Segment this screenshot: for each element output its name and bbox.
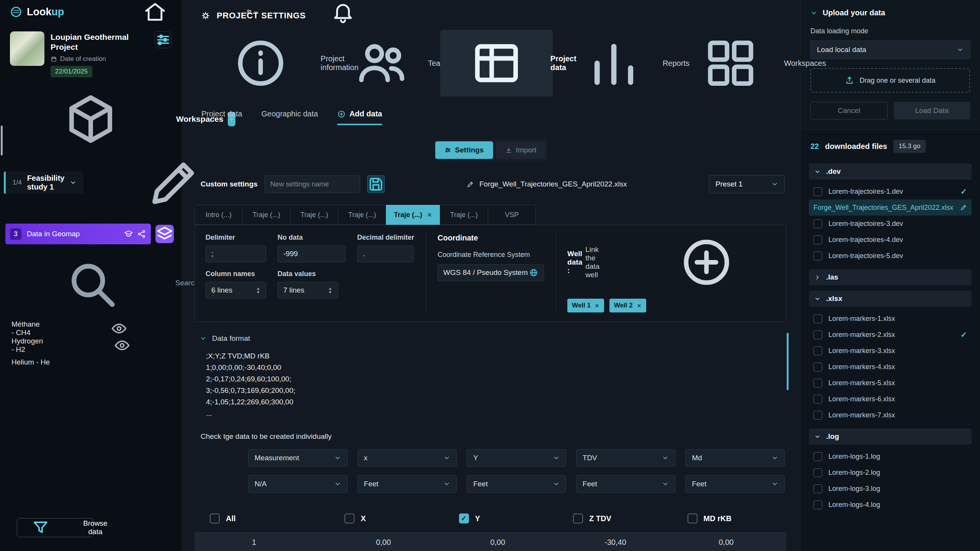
- file-row[interactable]: Lorem-trajectoires-5.dev: [809, 248, 972, 264]
- measure-select-5[interactable]: Md: [685, 449, 785, 467]
- preset-select[interactable]: Preset 1: [709, 175, 785, 193]
- file-row[interactable]: Lorem-markers-6.xlsx: [809, 391, 972, 407]
- file-checkbox[interactable]: [813, 395, 822, 404]
- pencil-icon[interactable]: [960, 204, 967, 211]
- data-format-header[interactable]: Data format: [200, 334, 786, 343]
- nodata-input[interactable]: -999: [278, 245, 346, 262]
- stepper-arrows-icon[interactable]: ▲▼: [256, 286, 260, 294]
- settings-toggle-button[interactable]: Settings: [435, 141, 493, 159]
- tab-reports[interactable]: Reports: [563, 30, 665, 96]
- file-checkbox[interactable]: [813, 219, 822, 228]
- file-checkbox[interactable]: [813, 235, 822, 244]
- subtab-add-data[interactable]: Add data: [337, 110, 382, 125]
- vertical-scrollbar[interactable]: [787, 333, 789, 390]
- checkbox-ztvd[interactable]: [573, 513, 583, 523]
- project-card[interactable]: Loupian Geothermal Project Date of creat…: [10, 31, 172, 77]
- file-checkbox[interactable]: [813, 252, 822, 260]
- file-checkbox[interactable]: [813, 484, 822, 493]
- file-checkbox[interactable]: [813, 500, 822, 509]
- file-row[interactable]: Lorem-markers-3.xlsx: [809, 343, 972, 359]
- file-dropzone[interactable]: Drag one or several data: [810, 68, 970, 93]
- sheet-tab-traje-2[interactable]: Traje (...): [290, 205, 338, 225]
- group-header-xlsx[interactable]: .xlsx: [809, 291, 972, 307]
- save-settings-button[interactable]: [367, 175, 385, 193]
- file-checkbox[interactable]: [813, 187, 822, 196]
- import-toggle-button[interactable]: Import: [496, 141, 546, 159]
- measure-select-1[interactable]: Measurement: [248, 449, 348, 467]
- well-chip-2[interactable]: Well 2: [609, 299, 646, 312]
- group-header-las[interactable]: .las: [809, 269, 972, 285]
- checkbox-all[interactable]: [210, 513, 220, 523]
- loading-mode-select[interactable]: Load local data: [810, 41, 970, 59]
- sidebar-search[interactable]: [11, 254, 170, 312]
- unit-select-2[interactable]: Feet: [358, 475, 457, 493]
- geomap-layers-button[interactable]: [155, 225, 174, 243]
- file-row[interactable]: Lorem-markers-4.xlsx: [809, 359, 972, 375]
- eye-icon[interactable]: [40, 320, 198, 337]
- file-row[interactable]: Lorem-logs-1.log: [809, 448, 972, 464]
- measure-select-2[interactable]: x: [358, 449, 457, 467]
- file-row[interactable]: Lorem-markers-7.xlsx: [809, 407, 972, 423]
- table-row[interactable]: 1 0,00 0,00 -30,40 0,00: [194, 532, 786, 551]
- file-checkbox[interactable]: [813, 452, 822, 461]
- file-checkbox[interactable]: [813, 379, 822, 387]
- unit-select-4[interactable]: Feet: [576, 475, 676, 493]
- file-row[interactable]: Lorem-trajectoires-3.dev: [809, 216, 972, 232]
- tab-project-information[interactable]: Project information: [198, 30, 323, 96]
- settings-name-input[interactable]: [265, 175, 360, 193]
- checkbox-mdrkb[interactable]: [688, 513, 697, 523]
- checkbox-x[interactable]: [345, 513, 354, 523]
- measure-select-3[interactable]: Y: [467, 449, 566, 467]
- stepper-arrows-icon[interactable]: ▲▼: [328, 286, 332, 294]
- file-row[interactable]: Lorem-markers-5.xlsx: [809, 375, 972, 391]
- list-item-methane[interactable]: Méthane - CH4: [11, 320, 170, 337]
- unit-select-5[interactable]: Feet: [685, 475, 785, 493]
- load-data-button[interactable]: Load Data: [894, 102, 970, 119]
- close-icon[interactable]: [427, 212, 432, 217]
- file-checkbox[interactable]: [813, 330, 822, 339]
- measure-select-4[interactable]: TDV: [576, 449, 676, 467]
- upload-header[interactable]: Upload your data: [810, 8, 970, 17]
- browse-data-button[interactable]: Browse data: [17, 518, 93, 537]
- add-well-plus-circle-icon[interactable]: [603, 234, 810, 291]
- file-checkbox[interactable]: [813, 363, 822, 371]
- file-row-selected[interactable]: Forge_Well_Trajectories_GES_April2022.xl…: [809, 199, 972, 216]
- file-checkbox[interactable]: [813, 468, 822, 477]
- file-checkbox[interactable]: [813, 411, 822, 420]
- upload-cancel-button[interactable]: Cancel: [810, 102, 888, 119]
- file-row[interactable]: Lorem-markers-1.xlsx: [809, 311, 972, 327]
- data-values-stepper[interactable]: 7 lines ▲▼: [278, 282, 338, 299]
- sheet-tab-traje-4-active[interactable]: Traje (...): [386, 205, 440, 225]
- tab-team[interactable]: Team: [333, 30, 430, 96]
- file-row[interactable]: Lorem-markers-2.xlsx ✓: [809, 327, 972, 343]
- file-row[interactable]: Lorem-trajectoires-1.dev ✓: [809, 183, 972, 199]
- list-item-helium[interactable]: Helium - He: [11, 354, 170, 371]
- column-names-stepper[interactable]: 6 lines ▲▼: [206, 282, 266, 299]
- decimal-delimiter-input[interactable]: .: [357, 245, 414, 262]
- file-row[interactable]: Lorem-logs-3.log: [809, 481, 972, 497]
- sheet-tab-traje-1[interactable]: Traje (...): [242, 205, 291, 225]
- group-header-log[interactable]: .log: [809, 428, 972, 445]
- app-logo[interactable]: Lookup: [10, 6, 64, 18]
- file-row[interactable]: Lorem-logs-2.log: [809, 464, 972, 481]
- subtab-geographic-data[interactable]: Geographic data: [261, 110, 318, 125]
- sheet-tab-vsp[interactable]: VSP: [488, 205, 536, 225]
- file-row[interactable]: Lorem-logs-4.log: [809, 497, 972, 513]
- sidebar-scrollbar[interactable]: [1, 126, 3, 155]
- sheet-tab-traje-5[interactable]: Traje (...): [440, 205, 488, 225]
- unit-select-3[interactable]: Feet: [467, 475, 566, 493]
- list-item-hydrogen[interactable]: Hydrogen - H2: [11, 337, 170, 354]
- file-row[interactable]: Lorem-trajectoires-4.dev: [809, 232, 972, 248]
- close-icon[interactable]: [637, 303, 642, 308]
- tab-workspaces[interactable]: Workspaces: [675, 30, 786, 96]
- unit-select-1[interactable]: N/A: [248, 475, 348, 493]
- graduation-cap-icon[interactable]: [124, 229, 133, 239]
- sheet-tab-traje-3[interactable]: Traje (...): [338, 205, 386, 225]
- subtab-project-data[interactable]: Project data: [201, 110, 242, 125]
- close-icon[interactable]: [595, 303, 599, 308]
- pencil-icon[interactable]: [467, 181, 474, 188]
- crs-select[interactable]: WGS 84 / Pseudo System: [438, 264, 544, 281]
- eye-icon[interactable]: [43, 337, 201, 354]
- file-checkbox[interactable]: [813, 347, 822, 355]
- delimiter-input[interactable]: ;: [206, 245, 266, 262]
